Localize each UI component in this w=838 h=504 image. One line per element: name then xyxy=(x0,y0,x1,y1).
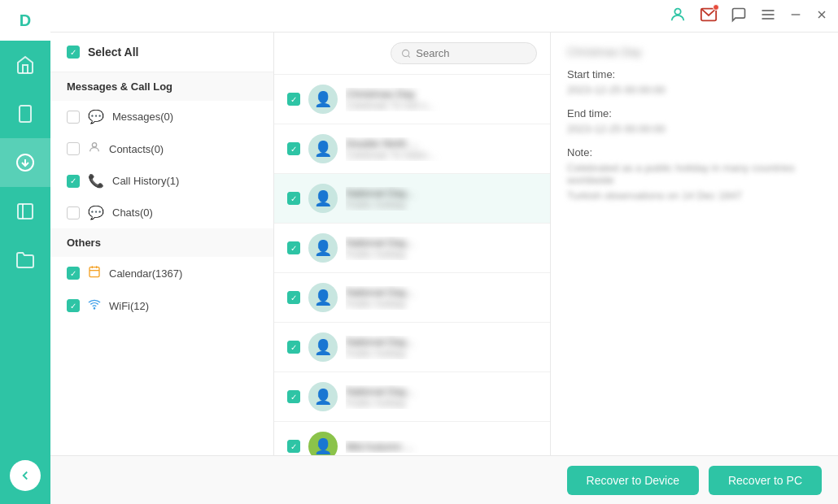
calendar-label: Calendar(1367) xyxy=(109,267,182,280)
svg-point-20 xyxy=(403,50,409,56)
recover-to-device-button[interactable]: Recover to Device xyxy=(567,466,699,495)
item-text-3: National Day... Public holiday xyxy=(346,187,537,211)
list-item[interactable]: 👤 National Day... Public holiday xyxy=(274,372,550,422)
minimize-icon[interactable] xyxy=(789,8,802,24)
item-text-2: Double Ninth ... Celebrate To hiden... xyxy=(346,137,537,161)
menu-item-wifi[interactable]: WiFi(12) xyxy=(50,289,273,322)
call-history-checkbox[interactable] xyxy=(67,175,80,188)
right-detail: Christmas Day Start time: 2023-12-25 00:… xyxy=(551,33,838,455)
item-checkbox-6[interactable] xyxy=(287,341,300,354)
menu-item-messages[interactable]: 💬 Messages(0) xyxy=(50,101,273,133)
select-all-row[interactable]: Select All xyxy=(50,33,273,72)
end-time-label: End time: xyxy=(567,107,822,119)
item-title-4: National Day... xyxy=(346,237,537,249)
detail-title: Christmas Day xyxy=(567,46,822,59)
menu-icon[interactable] xyxy=(760,7,776,26)
item-text-5: National Day... Public holiday xyxy=(346,286,537,310)
close-icon[interactable] xyxy=(815,8,828,24)
main-content: Select All Messages & Call Log 💬 Message… xyxy=(50,0,838,504)
list-item[interactable]: 👤 National Day... Public holiday xyxy=(274,273,550,323)
item-checkbox-3[interactable] xyxy=(287,192,300,205)
item-avatar-3: 👤 xyxy=(308,184,338,213)
calendar-checkbox[interactable] xyxy=(67,267,80,280)
sidebar-nav: D xyxy=(0,0,50,504)
list-item[interactable]: 👤 Double Ninth ... Celebrate To hiden... xyxy=(274,124,550,174)
item-title-1: Christmas Day xyxy=(346,88,537,100)
start-time-value: 2023-12-25 00:00:00 xyxy=(567,84,822,96)
sidebar-item-files[interactable] xyxy=(0,187,50,236)
item-subtitle-4: Public holiday xyxy=(346,249,537,260)
item-avatar-6: 👤 xyxy=(308,332,338,362)
section-header-messages: Messages & Call Log xyxy=(50,72,273,101)
chat-icon[interactable] xyxy=(731,7,747,26)
list-item[interactable]: 👤 National Day... Public holiday xyxy=(274,323,550,372)
item-text-1: Christmas Day Celebrate To holi s... xyxy=(346,88,537,111)
menu-item-chats[interactable]: 💬 Chats(0) xyxy=(50,197,273,228)
contact-icon xyxy=(88,141,101,157)
item-checkbox-1[interactable] xyxy=(287,93,300,106)
bottom-bar: Recover to Device Recover to PC xyxy=(50,455,838,504)
note-label: Note: xyxy=(567,146,822,159)
sidebar-item-device[interactable] xyxy=(0,89,50,138)
wifi-checkbox[interactable] xyxy=(67,299,80,312)
search-input[interactable] xyxy=(416,47,526,59)
messages-label: Messages(0) xyxy=(112,111,173,123)
svg-point-6 xyxy=(674,8,680,14)
item-checkbox-5[interactable] xyxy=(287,291,300,304)
item-subtitle-2: Celebrate To hiden... xyxy=(346,150,537,161)
item-title-6: National Day... xyxy=(346,336,537,348)
contacts-label: Contacts(0) xyxy=(109,143,164,155)
recover-to-pc-button[interactable]: Recover to PC xyxy=(709,466,822,495)
item-text-8: Mid Autumn ... xyxy=(346,441,537,453)
messages-checkbox[interactable] xyxy=(67,111,80,124)
user-icon[interactable] xyxy=(669,6,687,27)
item-text-7: National Day... Public holiday xyxy=(346,385,537,409)
wifi-label: WiFi(12) xyxy=(109,300,149,312)
item-subtitle-3: Public holiday xyxy=(346,199,537,211)
list-item[interactable]: 👤 Christmas Day Celebrate To holi s... xyxy=(274,75,550,124)
item-checkbox-2[interactable] xyxy=(287,142,300,155)
chats-label: Chats(0) xyxy=(112,206,153,219)
title-bar xyxy=(50,0,838,33)
select-all-checkbox[interactable] xyxy=(67,46,80,59)
detail-start-time: Start time: 2023-12-25 00:00:00 xyxy=(567,68,822,96)
menu-item-contacts[interactable]: Contacts(0) xyxy=(50,133,273,165)
end-time-value: 2023-12-25 00:00:00 xyxy=(567,123,822,135)
search-icon xyxy=(401,48,411,59)
content-wrapper: Select All Messages & Call Log 💬 Message… xyxy=(50,33,838,455)
back-button[interactable] xyxy=(10,460,41,491)
svg-rect-15 xyxy=(89,267,99,277)
item-subtitle-7: Public holiday xyxy=(346,398,537,409)
item-checkbox-4[interactable] xyxy=(287,241,300,254)
svg-rect-0 xyxy=(20,106,31,122)
menu-item-call-history[interactable]: 📞 Call History(1) xyxy=(50,165,273,197)
item-text-6: National Day... Public holiday xyxy=(346,336,537,359)
call-icon: 📞 xyxy=(88,173,104,189)
chats-checkbox[interactable] xyxy=(67,206,80,219)
item-title-2: Double Ninth ... xyxy=(346,137,537,150)
list-item[interactable]: 👤 National Day... Public holiday xyxy=(274,224,550,273)
left-panel: Select All Messages & Call Log 💬 Message… xyxy=(50,33,274,455)
menu-item-calendar[interactable]: Calendar(1367) xyxy=(50,257,273,289)
section-header-others: Others xyxy=(50,228,273,257)
mail-icon[interactable] xyxy=(700,6,718,27)
sidebar-item-folder[interactable] xyxy=(0,236,50,285)
list-item[interactable]: 👤 National Day... Public holiday xyxy=(274,174,550,224)
sidebar-item-backup[interactable] xyxy=(0,138,50,187)
item-title-8: Mid Autumn ... xyxy=(346,441,537,453)
search-input-wrapper[interactable] xyxy=(391,42,537,64)
start-time-label: Start time: xyxy=(567,68,822,80)
calendar-icon xyxy=(88,265,101,281)
svg-point-19 xyxy=(94,308,94,309)
item-avatar-1: 👤 xyxy=(308,85,338,114)
item-subtitle-6: Public holiday xyxy=(346,348,537,359)
item-title-5: National Day... xyxy=(346,286,537,298)
sidebar-item-home[interactable] xyxy=(0,41,50,89)
item-avatar-7: 👤 xyxy=(308,382,338,411)
search-bar xyxy=(274,33,550,75)
note-value: Celebrated as a public holiday in many c… xyxy=(567,162,822,186)
list-item[interactable]: 👤 Mid Autumn ... xyxy=(274,422,550,455)
item-checkbox-7[interactable] xyxy=(287,390,300,403)
contacts-checkbox[interactable] xyxy=(67,142,80,155)
item-checkbox-8[interactable] xyxy=(287,440,300,453)
